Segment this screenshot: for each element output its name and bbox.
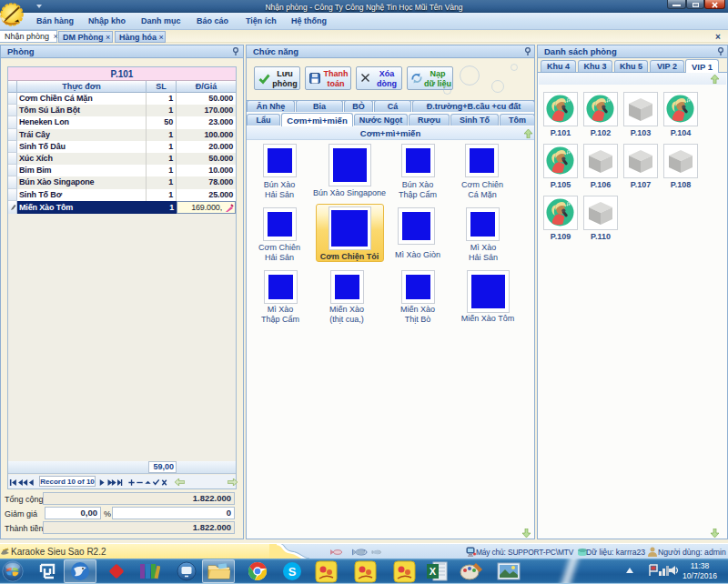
svg-text:S: S (288, 565, 297, 579)
svg-text:X: X (430, 566, 437, 577)
